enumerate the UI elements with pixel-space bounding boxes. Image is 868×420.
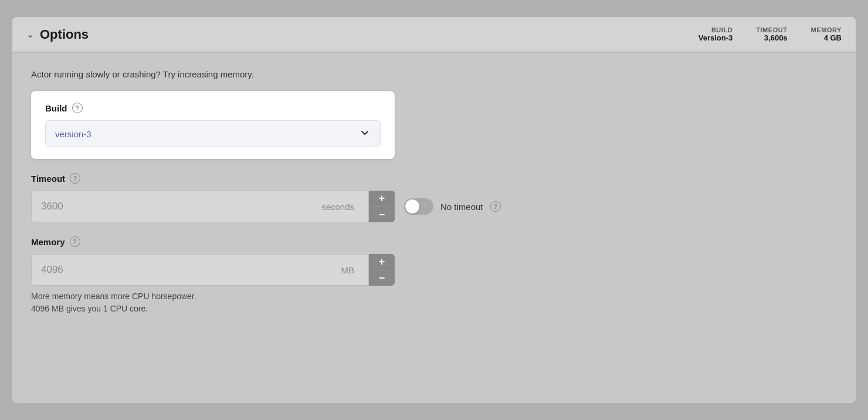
collapse-icon[interactable]: ⌄ xyxy=(26,29,34,40)
build-field-label: Build ? xyxy=(45,103,381,113)
timeout-increment-button[interactable]: + xyxy=(369,191,395,207)
timeout-value: 3600 xyxy=(41,201,321,212)
memory-label-text: Memory xyxy=(31,237,65,247)
timeout-decrement-button[interactable]: − xyxy=(369,207,395,223)
timeout-field-label: Timeout ? xyxy=(31,173,837,184)
memory-note-line2: 4096 MB gives you 1 CPU core. xyxy=(31,304,148,313)
no-timeout-help-icon[interactable]: ? xyxy=(490,201,501,212)
panel-title: Options xyxy=(40,27,89,42)
timeout-unit: seconds xyxy=(321,202,354,212)
build-select[interactable]: version-3 xyxy=(45,120,381,147)
header-left: ⌄ Options xyxy=(26,27,89,42)
memory-stat-value: 4 GB xyxy=(824,33,842,42)
build-select-value: version-3 xyxy=(55,129,91,139)
timeout-input-row: 3600 seconds + − No timeout ? xyxy=(31,191,837,222)
build-select-chevron-icon xyxy=(359,127,371,141)
build-select-display[interactable]: version-3 xyxy=(45,120,381,147)
memory-section: Memory ? 4096 MB + − More memory means m… xyxy=(31,236,837,315)
no-timeout-row: No timeout ? xyxy=(404,198,501,215)
memory-help-icon[interactable]: ? xyxy=(70,236,80,247)
options-panel: ⌄ Options BUILD Version-3 TIMEOUT 3,600s… xyxy=(12,16,856,404)
no-timeout-toggle[interactable] xyxy=(404,198,433,215)
timeout-label-text: Timeout xyxy=(31,174,65,184)
memory-stat-label: MEMORY xyxy=(811,26,842,33)
panel-header: ⌄ Options BUILD Version-3 TIMEOUT 3,600s… xyxy=(12,17,856,52)
build-stat: BUILD Version-3 xyxy=(699,26,733,42)
build-stat-label: BUILD xyxy=(711,26,733,33)
timeout-section: Timeout ? 3600 seconds + − xyxy=(31,173,837,222)
memory-field-label: Memory ? xyxy=(31,236,837,247)
build-card: Build ? version-3 xyxy=(31,91,395,159)
timeout-input-wrapper: 3600 seconds xyxy=(31,191,369,222)
no-timeout-toggle-knob xyxy=(405,199,419,214)
timeout-stat-value: 3,600s xyxy=(764,33,788,42)
memory-input-wrapper: 4096 MB xyxy=(31,254,369,286)
build-help-icon[interactable]: ? xyxy=(72,103,83,113)
memory-increment-button[interactable]: + xyxy=(369,254,395,270)
hint-text: Actor running slowly or crashing? Try in… xyxy=(31,69,837,79)
header-stats: BUILD Version-3 TIMEOUT 3,600s MEMORY 4 … xyxy=(699,26,842,42)
panel-body: Actor running slowly or crashing? Try in… xyxy=(12,53,856,346)
memory-stat: MEMORY 4 GB xyxy=(811,26,842,42)
memory-note-line1: More memory means more CPU horsepower. xyxy=(31,292,196,301)
memory-input-with-stepper: 4096 MB + − xyxy=(31,254,395,286)
build-stat-value: Version-3 xyxy=(699,33,733,42)
memory-unit: MB xyxy=(341,265,355,275)
timeout-stepper: + − xyxy=(369,191,395,222)
timeout-help-icon[interactable]: ? xyxy=(70,173,80,184)
memory-value: 4096 xyxy=(41,264,341,276)
no-timeout-label: No timeout xyxy=(440,202,483,212)
timeout-stat-label: TIMEOUT xyxy=(756,26,787,33)
timeout-input-with-stepper: 3600 seconds + − xyxy=(31,191,395,222)
build-label-text: Build xyxy=(45,103,67,113)
memory-stepper: + − xyxy=(369,254,395,286)
memory-note: More memory means more CPU horsepower. 4… xyxy=(31,290,837,315)
timeout-stat: TIMEOUT 3,600s xyxy=(756,26,787,42)
memory-decrement-button[interactable]: − xyxy=(369,270,395,286)
